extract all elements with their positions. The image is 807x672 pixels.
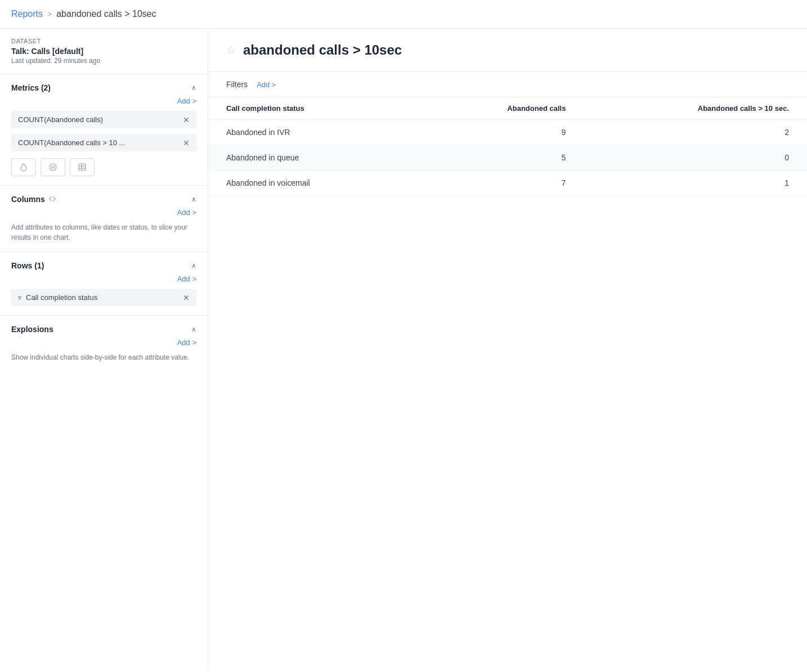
metric-chip-2-close[interactable]: ✕ <box>183 139 190 147</box>
table-row: Abandoned in queue50 <box>208 145 807 171</box>
rows-chip: ▿ Call completion status ✕ <box>11 289 196 306</box>
rows-chevron[interactable]: ∧ <box>191 262 196 270</box>
dataset-section: Dataset Talk: Calls [default] Last updat… <box>0 29 208 74</box>
explosions-section: Explosions ∧ Add > Show individual chart… <box>0 316 208 371</box>
dataset-name: Talk: Calls [default] <box>11 47 196 56</box>
col-header-abandoned: Abandoned calls <box>418 97 584 120</box>
favorite-star-icon[interactable]: ☆ <box>226 43 236 57</box>
filters-bar: Filters Add > <box>208 72 807 97</box>
rows-section: Rows (1) ∧ Add > ▿ Call completion statu… <box>0 252 208 316</box>
explosions-header: Explosions ∧ <box>11 325 196 334</box>
columns-section: Columns ∧ Add > Add attributes to column… <box>0 186 208 252</box>
breadcrumb-separator: > <box>47 10 52 19</box>
col-header-abandoned-10sec: Abandoned calls > 10 sec. <box>584 97 807 120</box>
table-icon-button[interactable] <box>70 158 95 176</box>
col-header-status: Call completion status <box>208 97 418 120</box>
columns-add-link[interactable]: Add > <box>11 208 196 217</box>
cell-row2-col2: 1 <box>584 171 807 196</box>
columns-chevron[interactable]: ∧ <box>191 195 196 203</box>
filters-label: Filters <box>226 80 248 89</box>
columns-helper-text: Add attributes to columns, like dates or… <box>11 222 196 243</box>
cell-row0-col2: 2 <box>584 120 807 145</box>
chart-type-row <box>11 158 196 176</box>
cell-row2-col0: Abandoned in voicemail <box>208 171 418 196</box>
radio-icon-button[interactable] <box>41 158 65 176</box>
rows-title: Rows (1) <box>11 261 44 270</box>
metrics-section: Metrics (2) ∧ Add > COUNT(Abandoned call… <box>0 74 208 186</box>
columns-title: Columns <box>11 195 56 204</box>
title-bar: ☆ abandoned calls > 10sec <box>208 29 807 72</box>
cell-row1-col2: 0 <box>584 145 807 171</box>
cell-row0-col1: 9 <box>418 120 584 145</box>
breadcrumb-current: abandoned calls > 10sec <box>56 9 156 19</box>
rows-chip-label: Call completion status <box>26 293 97 302</box>
metric-chip-1: COUNT(Abandoned calls) ✕ <box>11 111 196 128</box>
explosions-add-link[interactable]: Add > <box>11 338 196 347</box>
rows-chip-close[interactable]: ✕ <box>183 294 190 302</box>
svg-point-0 <box>50 164 56 171</box>
explosions-chevron[interactable]: ∧ <box>191 325 196 333</box>
svg-point-1 <box>52 166 54 168</box>
metric-chip-2-label: COUNT(Abandoned calls > 10 ... <box>18 138 125 147</box>
cell-row1-col0: Abandoned in queue <box>208 145 418 171</box>
metric-chip-1-close[interactable]: ✕ <box>183 116 190 124</box>
sidebar: Dataset Talk: Calls [default] Last updat… <box>0 29 208 669</box>
svg-rect-2 <box>79 164 86 171</box>
table-header-row: Call completion status Abandoned calls A… <box>208 97 807 120</box>
report-title: abandoned calls > 10sec <box>243 42 402 58</box>
drop-icon-button[interactable] <box>11 158 36 176</box>
rows-add-link[interactable]: Add > <box>11 275 196 283</box>
rows-filter-icon: ▿ <box>18 294 21 302</box>
rows-chip-inner: ▿ Call completion status <box>18 293 97 302</box>
dataset-last-updated: Last updated: 29 minutes ago <box>11 57 196 65</box>
cell-row2-col1: 7 <box>418 171 584 196</box>
explosions-title: Explosions <box>11 325 53 334</box>
cell-row1-col1: 5 <box>418 145 584 171</box>
table-row: Abandoned in voicemail71 <box>208 171 807 196</box>
metrics-header: Metrics (2) ∧ <box>11 83 196 92</box>
main-content: ☆ abandoned calls > 10sec Filters Add > … <box>208 29 807 669</box>
explosions-helper-text: Show individual charts side-by-side for … <box>11 352 196 362</box>
cell-row0-col0: Abandoned in IVR <box>208 120 418 145</box>
rows-header: Rows (1) ∧ <box>11 261 196 270</box>
metrics-title: Metrics (2) <box>11 83 51 92</box>
metrics-chevron[interactable]: ∧ <box>191 84 196 92</box>
metrics-add-link[interactable]: Add > <box>11 97 196 105</box>
breadcrumb-bar: Reports > abandoned calls > 10sec <box>0 0 807 29</box>
metric-chip-2: COUNT(Abandoned calls > 10 ... ✕ <box>11 134 196 151</box>
dataset-label: Dataset <box>11 38 196 44</box>
filters-add-link[interactable]: Add > <box>257 80 276 89</box>
breadcrumb-reports-link[interactable]: Reports <box>11 9 43 19</box>
columns-icon <box>48 195 56 203</box>
columns-header: Columns ∧ <box>11 195 196 204</box>
data-table: Call completion status Abandoned calls A… <box>208 97 807 196</box>
metric-chip-1-label: COUNT(Abandoned calls) <box>18 115 103 124</box>
table-row: Abandoned in IVR92 <box>208 120 807 145</box>
